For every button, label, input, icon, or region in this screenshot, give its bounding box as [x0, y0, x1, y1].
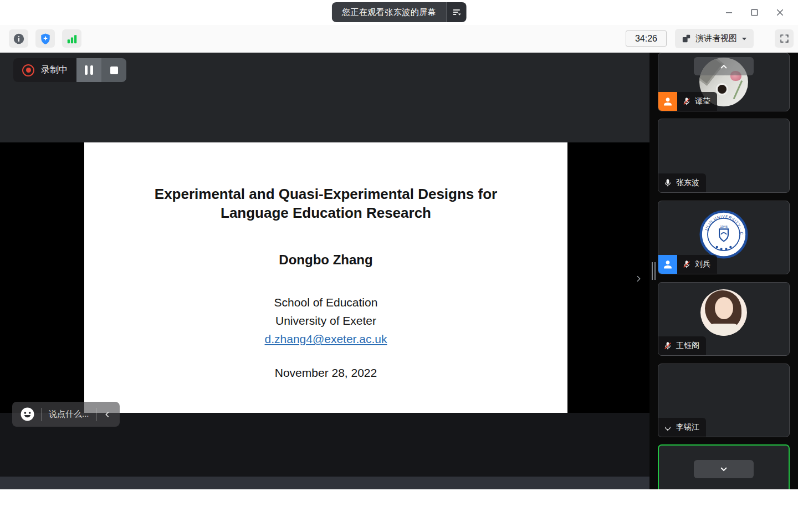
meeting-timer: 34:26 — [626, 30, 667, 47]
meeting-main-area: Experimental and Quasi-Experimental Desi… — [0, 53, 798, 489]
close-button[interactable] — [769, 3, 790, 23]
stop-recording-button[interactable] — [101, 58, 126, 82]
expand-panel-button[interactable] — [631, 272, 646, 287]
network-quality-button[interactable] — [62, 29, 81, 48]
slide-affiliation-2: University of Exeter — [84, 311, 567, 330]
title-bar: 您正在观看张东波的屏幕 — [0, 0, 798, 25]
close-icon — [775, 7, 785, 18]
mic-muted-icon — [682, 260, 691, 269]
minimize-icon — [724, 7, 734, 18]
participant-tile-wangyuge[interactable]: 王钰阁 — [658, 282, 790, 356]
stop-icon — [110, 66, 118, 74]
screen-watch-banner: 您正在观看张东波的屏幕 — [332, 2, 467, 22]
slide-author: Dongbo Zhang — [84, 252, 567, 268]
jilin-university-logo: JILIN UNIVERSITY · CHINA 1946 — [699, 210, 748, 259]
participant-name-label: 王钰阁 — [658, 336, 706, 355]
meeting-window: 您正在观看张东波的屏幕 34:26 演讲者视图 — [0, 0, 798, 532]
mic-muted-icon — [682, 97, 691, 106]
scroll-participants-down-button[interactable] — [694, 460, 754, 478]
slide-title-line1: Experimental and Quasi-Experimental Desi… — [84, 185, 567, 203]
svg-text:1946: 1946 — [720, 224, 728, 228]
chevron-down-icon — [741, 37, 747, 41]
recording-status-label: 录制中 — [41, 64, 68, 76]
pause-recording-button[interactable] — [76, 58, 101, 82]
collapse-chat-bar-button[interactable] — [103, 410, 112, 419]
mic-speaking-icon — [663, 423, 672, 432]
mic-muted-icon — [663, 341, 672, 350]
screen-watch-title: 您正在观看张东波的屏幕 — [332, 2, 447, 22]
mic-on-icon — [663, 178, 672, 187]
banner-menu-button[interactable] — [446, 2, 466, 22]
presentation-slide: Experimental and Quasi-Experimental Desi… — [84, 142, 567, 413]
shared-screen-view: Experimental and Quasi-Experimental Desi… — [0, 53, 649, 489]
chat-input[interactable]: 说点什么... — [49, 409, 89, 420]
participant-name-label: 张东波 — [658, 173, 706, 192]
recording-indicator: 录制中 — [13, 58, 126, 82]
participants-panel: 谭莹 张东波 — [657, 53, 790, 489]
recording-dot-icon — [22, 64, 34, 76]
info-icon — [13, 33, 25, 45]
view-mode-button[interactable]: 演讲者视图 — [675, 29, 754, 48]
emoji-button[interactable] — [20, 407, 35, 422]
chevron-down-icon — [719, 466, 729, 473]
person-icon — [662, 96, 673, 107]
maximize-button[interactable] — [744, 3, 765, 23]
hand-raised-badge — [658, 92, 677, 111]
signal-bars-icon — [66, 33, 78, 45]
chevron-up-icon — [719, 63, 729, 70]
encryption-shield-button[interactable] — [35, 29, 55, 48]
view-mode-label: 演讲者视图 — [695, 33, 737, 44]
window-controls — [718, 0, 790, 25]
avatar — [700, 289, 747, 336]
chevron-right-icon — [634, 273, 643, 285]
person-icon — [662, 259, 673, 270]
video-preview — [659, 446, 789, 461]
participant-tile-tanying[interactable]: 谭莹 — [658, 53, 790, 111]
quick-chat-bar: 说点什么... — [12, 402, 120, 427]
participant-name-label: 谭莹 — [677, 92, 717, 111]
shield-plus-icon — [39, 33, 52, 45]
fullscreen-icon — [779, 33, 790, 44]
slide-affiliation-1: School of Education — [84, 293, 567, 311]
slide-date: November 28, 2022 — [84, 366, 567, 380]
panel-resize-handle[interactable] — [649, 53, 657, 489]
participant-tile-zhangdongbo[interactable]: 张东波 — [658, 119, 790, 193]
participant-tile-liubing[interactable]: JILIN UNIVERSITY · CHINA 1946 刘兵 — [658, 201, 790, 274]
slide-email-link: d.zhang4@exeter.ac.uk — [84, 330, 567, 348]
hand-raised-badge — [658, 255, 677, 274]
minimize-button[interactable] — [718, 3, 739, 23]
meeting-top-bar: 34:26 演讲者视图 — [0, 25, 798, 53]
fullscreen-button[interactable] — [775, 29, 794, 48]
chevron-left-icon — [103, 410, 112, 419]
participant-name-label: 刘兵 — [677, 255, 717, 274]
maximize-icon — [749, 7, 760, 18]
slide-title-line2: Language Education Research — [84, 203, 567, 222]
filter-lines-icon — [451, 7, 461, 17]
participant-tile-lixijiang[interactable]: 李锡江 — [658, 364, 790, 437]
smiley-icon — [20, 407, 35, 422]
participant-tile-active-speaker[interactable] — [658, 444, 790, 489]
participant-name-label: 李锡江 — [658, 418, 706, 437]
meeting-info-button[interactable] — [9, 29, 28, 48]
pause-icon — [85, 65, 88, 75]
layout-view-icon — [682, 34, 691, 43]
collapse-videos-button[interactable] — [694, 57, 754, 75]
